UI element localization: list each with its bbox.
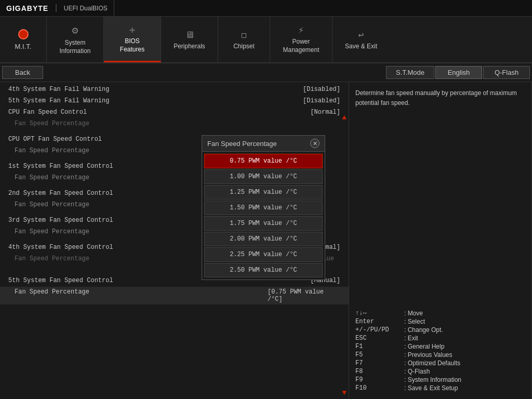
item-label: CPU OPT Fan Speed Control <box>8 136 102 144</box>
option-item-0[interactable]: 0.75 PWM value /°C <box>204 154 323 168</box>
item-sub-label: Fan Speed Percentage <box>15 174 89 182</box>
shortcut-key: ↑↓↔ <box>355 310 402 317</box>
shortcut-row: ↑↓↔ : Move <box>355 310 525 317</box>
qflash-button[interactable]: Q-Flash <box>483 66 530 79</box>
option-item-4[interactable]: 1.75 PWM value /°C <box>204 216 323 231</box>
item-label: 3rd System Fan Speed Control <box>8 217 113 225</box>
shortcut-desc: : Select <box>404 318 425 325</box>
shortcut-row: F10 : Save & Exit Setup <box>355 384 525 392</box>
top-bar: Back S.T.Mode English Q-Flash <box>0 63 532 82</box>
option-item-2[interactable]: 1.25 PWM value /°C <box>204 185 323 200</box>
peripherals-icon: 🖥 <box>185 30 194 41</box>
item-label: 4th System Fan Speed Control <box>8 244 113 252</box>
tab-chipset-label: Chipset <box>233 43 255 50</box>
header-divider: | <box>54 4 59 13</box>
item-sub-label: Fan Speed Percentage <box>15 288 89 303</box>
list-item-fan-speed-pct-5th[interactable]: Fan Speed Percentage [0.75 PWM value/°C] <box>0 287 349 304</box>
item-label: CPU Fan Speed Control <box>8 109 87 117</box>
logo-area: GIGABYTE | UEFI DualBIOS <box>0 0 114 16</box>
list-item[interactable]: CPU Fan Speed Control [Normal] <box>0 107 349 118</box>
mit-dot-icon <box>18 29 29 39</box>
tab-system-info-label: SystemInformation <box>59 39 90 55</box>
shortcut-row: F8 : Q-Flash <box>355 368 525 375</box>
chipset-icon: ◻ <box>241 29 247 41</box>
item-label: 5th System Fan Speed Control <box>8 277 113 285</box>
tab-peripherals[interactable]: 🖥 Peripherals <box>161 17 218 62</box>
tab-power-management[interactable]: ⚡ PowerManagement <box>270 17 332 62</box>
top-bar-right: S.T.Mode English Q-Flash <box>386 66 530 79</box>
shortcut-row: F5 : Previous Values <box>355 351 525 358</box>
bios-features-icon: ✛ <box>129 24 135 35</box>
modal-box: Fan Speed Percentage ✕ 0.75 PWM value /°… <box>202 135 325 280</box>
shortcut-desc: : Previous Values <box>404 351 453 358</box>
system-info-icon: ⚙ <box>72 24 78 37</box>
item-sub-label: Fan Speed Percentage <box>15 201 89 209</box>
shortcut-key: ESC <box>355 335 402 342</box>
item-value: [Normal] <box>310 109 340 117</box>
tab-peripherals-label: Peripherals <box>174 43 205 50</box>
item-label: 2nd System Fan Speed Control <box>8 190 113 198</box>
option-item-6[interactable]: 2.25 PWM value /°C <box>204 247 323 262</box>
stmode-button[interactable]: S.T.Mode <box>386 66 434 79</box>
header: GIGABYTE | UEFI DualBIOS <box>0 0 532 17</box>
gigabyte-logo: GIGABYTE <box>6 4 48 12</box>
tab-power-management-label: PowerManagement <box>283 38 319 54</box>
item-value: [Disabled] <box>303 86 340 94</box>
shortcuts-section: ↑↓↔ : Move Enter : Select +/-/PU/PD : Ch… <box>355 310 525 393</box>
info-description: Determine fan speed manually by percenta… <box>355 88 525 108</box>
item-label: Fan Speed Percentage <box>15 120 89 128</box>
item-label: 4th System Fan Fail Warning <box>8 86 109 94</box>
item-sub-label: Fan Speed Percentage <box>15 147 89 155</box>
item-sub-label: Fan Speed Percentage <box>15 255 89 270</box>
tab-system-information[interactable]: ⚙ SystemInformation <box>47 17 104 62</box>
option-item-1[interactable]: 1.00 PWM value /°C <box>204 169 323 184</box>
option-item-3[interactable]: 1.50 PWM value /°C <box>204 201 323 215</box>
back-button[interactable]: Back <box>2 66 43 79</box>
option-item-7[interactable]: 2.50 PWM value /°C <box>204 263 323 277</box>
modal-title: Fan Speed Percentage <box>207 140 277 148</box>
item-sub-label: Fan Speed Percentage <box>15 228 89 236</box>
shortcut-row: F9 : System Information <box>355 376 525 383</box>
tab-save-exit-label: Save & Exit <box>345 43 377 50</box>
item-label: 5th System Fan Fail Warning <box>8 97 109 105</box>
tab-mit-label: M.I.T. <box>15 43 32 50</box>
scroll-indicator-up: ▲ <box>342 113 347 122</box>
scroll-indicator-down: ▼ <box>342 389 347 397</box>
item-value: [Disabled] <box>303 97 340 105</box>
tab-chipset[interactable]: ◻ Chipset <box>218 17 270 62</box>
right-panel: Determine fan speed manually by percenta… <box>349 82 532 399</box>
nav-tabs: M.I.T. ⚙ SystemInformation ✛ BIOSFeature… <box>0 17 532 63</box>
tab-mit[interactable]: M.I.T. <box>0 17 47 62</box>
list-item[interactable]: 4th System Fan Fail Warning [Disabled] <box>0 84 349 96</box>
modal-header: Fan Speed Percentage ✕ <box>202 136 325 152</box>
shortcut-row: ESC : Exit <box>355 335 525 342</box>
shortcut-desc: : Save & Exit Setup <box>404 384 458 392</box>
list-item[interactable]: Fan Speed Percentage <box>0 118 349 130</box>
shortcut-key: F1 <box>355 343 402 350</box>
shortcut-row: +/-/PU/PD : Change Opt. <box>355 326 525 334</box>
save-exit-icon: ↩ <box>358 29 364 41</box>
shortcut-desc: : Change Opt. <box>404 326 443 334</box>
shortcut-row: F1 : General Help <box>355 343 525 350</box>
tab-save-exit[interactable]: ↩ Save & Exit <box>332 17 390 62</box>
list-item[interactable]: 5th System Fan Fail Warning [Disabled] <box>0 96 349 107</box>
main-content: 4th System Fan Fail Warning [Disabled] 5… <box>0 82 532 399</box>
item-label: 1st System Fan Speed Control <box>8 163 113 171</box>
shortcut-desc: : Move <box>404 310 423 317</box>
shortcut-key: Enter <box>355 318 402 325</box>
english-button[interactable]: English <box>435 66 482 79</box>
modal-close-button[interactable]: ✕ <box>310 139 320 148</box>
shortcut-key: F5 <box>355 351 402 358</box>
shortcut-key: F9 <box>355 376 402 383</box>
item-sub-value: [0.75 PWM value/°C] <box>268 288 324 303</box>
shortcut-row: Enter : Select <box>355 318 525 325</box>
tab-bios-features[interactable]: ✛ BIOSFeatures <box>104 17 161 62</box>
shortcut-key: F10 <box>355 384 402 392</box>
shortcut-desc: : Optimized Defaults <box>404 360 460 367</box>
option-item-5[interactable]: 2.00 PWM value /°C <box>204 232 323 246</box>
uefi-label: UEFI DualBIOS <box>64 5 108 12</box>
shortcut-desc: : System Information <box>404 376 461 383</box>
shortcut-row: F7 : Optimized Defaults <box>355 360 525 367</box>
shortcut-key: F7 <box>355 360 402 367</box>
modal-options: 0.75 PWM value /°C 1.00 PWM value /°C 1.… <box>202 152 325 280</box>
